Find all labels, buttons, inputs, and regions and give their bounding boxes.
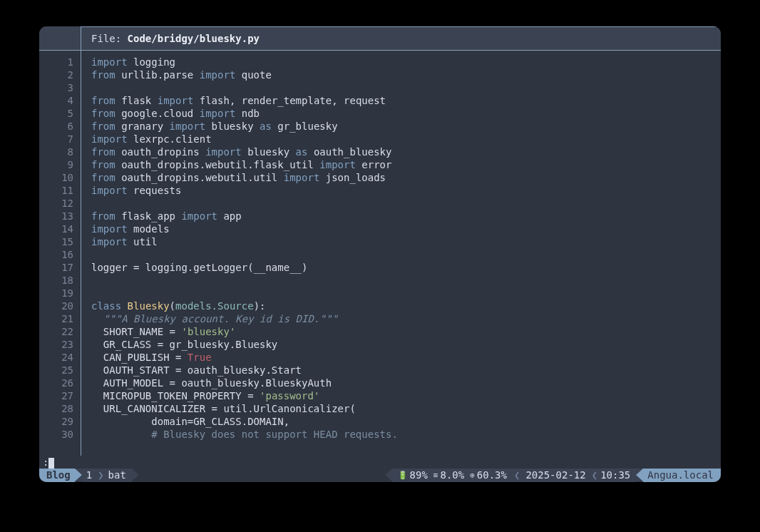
code-line[interactable]: from flask_app import app (91, 210, 721, 222)
line-number: 29 (39, 415, 81, 428)
separator-icon (75, 469, 82, 481)
battery-icon: 🔋 (398, 469, 408, 482)
code-line[interactable] (91, 248, 721, 261)
memory-stat: ≡8.0% (433, 469, 464, 482)
code-line[interactable]: from oauth_dropins.webutil.util import j… (91, 171, 721, 184)
line-number: 28 (39, 402, 81, 415)
line-number: 19 (39, 287, 81, 300)
line-number: 13 (39, 210, 81, 222)
line-number: 20 (39, 300, 81, 312)
line-number: 11 (39, 184, 81, 197)
header-content: File: Code/bridgy/bluesky.py (81, 26, 721, 50)
code-line[interactable]: OAUTH_START = oauth_bluesky.Start (91, 364, 721, 377)
code-line[interactable]: class Bluesky(models.Source): (91, 300, 721, 312)
cpu-value: 60.3% (477, 469, 507, 482)
window-number[interactable]: 1 (82, 469, 98, 482)
tmux-statusbar: Blog 1 ❯ bat 🔋89% ≡8.0% ⊕60.3% ❮ 2025-02… (39, 469, 721, 482)
separator-icon (132, 469, 139, 481)
line-number: 22 (39, 325, 81, 338)
line-number: 10 (39, 171, 81, 184)
file-label: File: (91, 33, 128, 44)
line-number: 6 (39, 120, 81, 133)
line-number: 16 (39, 248, 81, 261)
session-name[interactable]: Blog (39, 469, 75, 482)
code-line[interactable]: import models (91, 222, 721, 235)
battery-value: 89% (410, 469, 428, 482)
window-command[interactable]: bat (107, 469, 132, 482)
code-line[interactable]: from oauth_dropins import bluesky as oau… (91, 145, 721, 158)
memory-value: 8.0% (440, 469, 464, 482)
status-spacer (139, 469, 385, 482)
line-number: 30 (39, 428, 81, 441)
system-stats: 🔋89% ≡8.0% ⊕60.3% (392, 469, 513, 482)
chevron-left-icon: ❮ (590, 469, 599, 482)
header-gutter (39, 26, 81, 50)
date-segment: 2025-02-12 (521, 469, 590, 482)
line-number: 4 (39, 94, 81, 107)
line-number: 26 (39, 377, 81, 389)
hostname: Angua.local (643, 469, 721, 482)
cpu-stat: ⊕60.3% (470, 469, 507, 482)
line-number: 8 (39, 145, 81, 158)
line-number: 7 (39, 133, 81, 145)
line-number: 24 (39, 351, 81, 364)
line-number: 9 (39, 158, 81, 171)
code-line[interactable]: from flask import flash, render_template… (91, 94, 721, 107)
line-number: 18 (39, 274, 81, 287)
file-path: Code/bridgy/bluesky.py (128, 33, 260, 44)
code-content[interactable]: import loggingfrom urllib.parse import q… (81, 51, 721, 456)
code-line[interactable]: from granary import bluesky as gr_bluesk… (91, 120, 721, 133)
file-header: File: Code/bridgy/bluesky.py (39, 26, 721, 51)
code-line[interactable]: import requests (91, 184, 721, 197)
line-number: 15 (39, 235, 81, 248)
code-line[interactable]: domain=GR_CLASS.DOMAIN, (91, 415, 721, 428)
code-line[interactable]: from urllib.parse import quote (91, 68, 721, 81)
database-icon: ≡ (433, 469, 438, 482)
separator-icon (385, 469, 392, 481)
code-line[interactable]: GR_CLASS = gr_bluesky.Bluesky (91, 338, 721, 351)
chevron-left-icon: ❮ (513, 469, 521, 482)
command-prompt: : (43, 456, 48, 468)
line-number: 17 (39, 261, 81, 274)
code-line[interactable]: MICROPUB_TOKEN_PROPERTY = 'password' (91, 389, 721, 402)
code-area[interactable]: 1234567891011121314151617181920212223242… (39, 51, 721, 456)
code-line[interactable]: import logging (91, 56, 721, 68)
line-number: 5 (39, 107, 81, 120)
line-number: 12 (39, 197, 81, 210)
line-number: 27 (39, 389, 81, 402)
line-number: 23 (39, 338, 81, 351)
terminal-window: File: Code/bridgy/bluesky.py 12345678910… (39, 26, 721, 482)
command-line[interactable]: : (39, 456, 721, 469)
code-line[interactable]: import util (91, 235, 721, 248)
code-line[interactable]: from google.cloud import ndb (91, 107, 721, 120)
line-number: 3 (39, 81, 81, 94)
code-line[interactable] (91, 274, 721, 287)
line-number-gutter: 1234567891011121314151617181920212223242… (39, 51, 81, 456)
battery-stat: 🔋89% (398, 469, 428, 482)
separator-icon (636, 469, 643, 481)
cursor (48, 458, 54, 469)
code-line[interactable] (91, 287, 721, 300)
code-line[interactable]: from oauth_dropins.webutil.flask_util im… (91, 158, 721, 171)
code-line[interactable]: """A Bluesky account. Key id is DID.""" (91, 312, 721, 325)
code-line[interactable]: CAN_PUBLISH = True (91, 351, 721, 364)
code-line[interactable]: import lexrpc.client (91, 133, 721, 145)
code-line[interactable]: logger = logging.getLogger(__name__) (91, 261, 721, 274)
line-number: 1 (39, 56, 81, 68)
code-line[interactable] (91, 81, 721, 94)
line-number: 25 (39, 364, 81, 377)
cpu-icon: ⊕ (470, 469, 475, 482)
chevron-right-icon: ❯ (98, 469, 106, 482)
code-line[interactable]: SHORT_NAME = 'bluesky' (91, 325, 721, 338)
code-line[interactable] (91, 197, 721, 210)
code-line[interactable]: URL_CANONICALIZER = util.UrlCanonicalize… (91, 402, 721, 415)
line-number: 2 (39, 68, 81, 81)
time-segment: 10:35 (599, 469, 636, 482)
line-number: 14 (39, 222, 81, 235)
code-line[interactable]: AUTH_MODEL = oauth_bluesky.BlueskyAuth (91, 377, 721, 389)
code-line[interactable]: # Bluesky does not support HEAD requests… (91, 428, 721, 441)
line-number: 21 (39, 312, 81, 325)
